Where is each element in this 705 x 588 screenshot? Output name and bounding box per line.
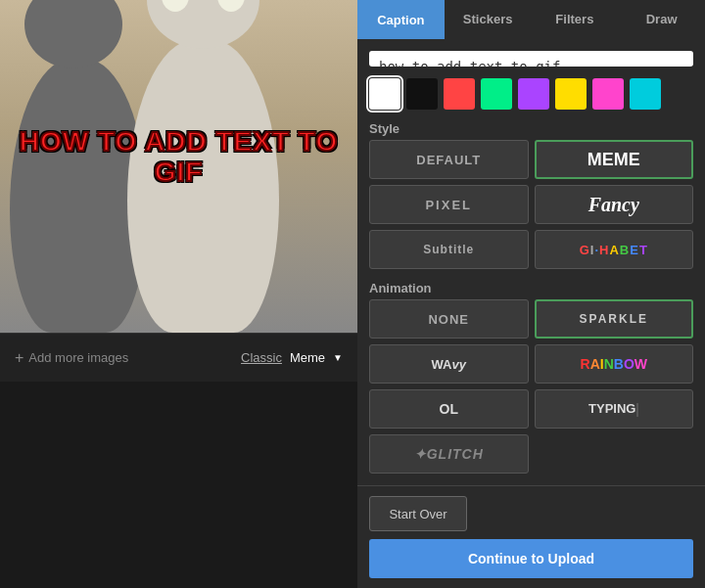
style-grid: DEFAULT MEME PIXEL Fancy Subtitle	[369, 140, 693, 269]
style-meme-button[interactable]: MEME	[535, 140, 694, 179]
left-panel: HOW TO ADD TEXT TO GIF + Add more images…	[0, 0, 357, 588]
plus-icon: +	[15, 349, 24, 367]
style-pixel-button[interactable]: PIXEL	[369, 185, 529, 224]
style-section-label: Style	[369, 121, 693, 136]
style-section: Style DEFAULT MEME PIXEL Fancy	[369, 121, 693, 269]
meme-overlay-text: HOW TO ADD TEXT TO GIF	[5, 127, 352, 188]
style-meme-label: MEME	[588, 150, 640, 170]
anim-rainbow-button[interactable]: RAINBOW	[535, 344, 694, 384]
chevron-down-icon[interactable]: ▼	[333, 352, 343, 363]
right-panel: Caption Stickers Filters Draw how to add…	[357, 0, 705, 588]
style-default-button[interactable]: DEFAULT	[369, 140, 529, 179]
cat-gray-body	[10, 59, 147, 333]
anim-none-button[interactable]: NONE	[369, 299, 529, 339]
style-subtitle-button[interactable]: Subtitle	[369, 230, 529, 269]
style-fancy-label: Fancy	[588, 194, 639, 216]
tab-caption[interactable]: Caption	[357, 0, 445, 39]
cat-gray-head	[24, 0, 122, 68]
add-images-button[interactable]: + Add more images	[15, 349, 128, 367]
caption-text-input[interactable]: how to add text to gif	[369, 51, 693, 67]
anim-wavy-label: WAvy	[432, 357, 466, 372]
anim-ol-button[interactable]: OL	[369, 389, 529, 429]
cat-white-head	[147, 0, 259, 49]
anim-rainbow-label: RAINBOW	[581, 356, 648, 372]
anim-sparkle-button[interactable]: SPARKLE	[535, 299, 694, 339]
anim-none-label: NONE	[428, 312, 469, 327]
style-alphabet-label: G I · H A B E T	[580, 243, 648, 257]
animation-section: Animation NONE SPARKLE WAvy RAINBOW	[369, 281, 693, 474]
anim-wavy-button[interactable]: WAvy	[369, 344, 529, 384]
bottom-bar: + Add more images Classic Meme ▼	[0, 333, 357, 382]
tab-stickers[interactable]: Stickers	[445, 0, 532, 39]
add-images-label: Add more images	[28, 350, 128, 365]
mode-meme-label[interactable]: Meme	[290, 350, 325, 365]
color-palette	[369, 78, 693, 110]
style-pixel-label: PIXEL	[425, 198, 472, 212]
anim-glitch-label: ✦GLITCH	[414, 446, 484, 462]
color-purple[interactable]	[518, 78, 549, 110]
mode-selector: Classic Meme ▼	[241, 350, 343, 365]
tab-draw[interactable]: Draw	[618, 0, 705, 39]
anim-typing-button[interactable]: TYPING	[535, 389, 694, 429]
anim-glitch-button[interactable]: ✦GLITCH	[369, 434, 529, 474]
color-pink[interactable]	[592, 78, 624, 110]
style-default-label: DEFAULT	[416, 153, 481, 167]
color-green[interactable]	[481, 78, 512, 110]
cat-eye-right	[217, 0, 245, 12]
color-black[interactable]	[406, 78, 438, 110]
color-yellow[interactable]	[555, 78, 587, 110]
typing-cursor-icon	[636, 403, 638, 417]
anim-ol-label: OL	[440, 401, 458, 417]
anim-typing-label: TYPING	[588, 401, 638, 417]
color-red[interactable]	[444, 78, 475, 110]
gif-preview: HOW TO ADD TEXT TO GIF	[0, 0, 357, 333]
animation-section-label: Animation	[369, 281, 693, 295]
tab-filters[interactable]: Filters	[532, 0, 619, 39]
style-subtitle-label: Subtitle	[423, 243, 474, 256]
tab-bar: Caption Stickers Filters Draw	[357, 0, 705, 39]
bottom-actions: Start Over Continue to Upload	[357, 485, 705, 588]
style-fancy-button[interactable]: Fancy	[535, 185, 694, 224]
color-white[interactable]	[369, 78, 400, 110]
style-alphabet-button[interactable]: G I · H A B E T	[535, 230, 694, 269]
cat-eye-left	[162, 0, 189, 12]
mode-classic-label[interactable]: Classic	[241, 350, 282, 365]
color-teal[interactable]	[630, 78, 661, 110]
panel-content: how to add text to gif Style DEFAULT ME	[357, 39, 705, 485]
animation-grid: NONE SPARKLE WAvy RAINBOW OL	[369, 299, 693, 474]
anim-sparkle-label: SPARKLE	[580, 312, 648, 326]
start-over-button[interactable]: Start Over	[369, 496, 467, 531]
continue-upload-button[interactable]: Continue to Upload	[369, 539, 693, 578]
